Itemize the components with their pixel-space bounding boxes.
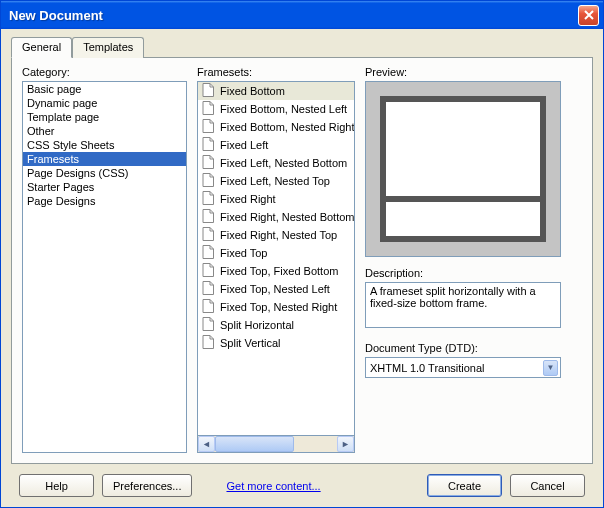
document-icon <box>202 155 214 171</box>
frameset-item-label: Split Vertical <box>220 337 281 349</box>
frameset-item[interactable]: Fixed Bottom <box>198 82 354 100</box>
frameset-item-label: Fixed Top, Nested Left <box>220 283 330 295</box>
window-title: New Document <box>9 8 578 23</box>
tab-templates[interactable]: Templates <box>72 37 144 58</box>
document-icon <box>202 335 214 351</box>
frameset-item[interactable]: Fixed Right <box>198 190 354 208</box>
description-text: A frameset split horizontally with a fix… <box>365 282 561 328</box>
dialog-body: General Templates Category: Basic pageDy… <box>1 29 603 507</box>
category-item[interactable]: Starter Pages <box>23 180 186 194</box>
category-label: Category: <box>22 66 187 78</box>
frameset-item[interactable]: Fixed Top, Nested Left <box>198 280 354 298</box>
document-icon <box>202 227 214 243</box>
tab-general[interactable]: General <box>11 37 72 58</box>
tab-strip: General Templates <box>11 37 593 58</box>
frameset-item-label: Fixed Left, Nested Top <box>220 175 330 187</box>
frameset-item[interactable]: Split Horizontal <box>198 316 354 334</box>
frameset-item[interactable]: Fixed Right, Nested Top <box>198 226 354 244</box>
doctype-label: Document Type (DTD): <box>365 342 561 354</box>
help-button[interactable]: Help <box>19 474 94 497</box>
close-icon <box>584 10 594 20</box>
frameset-item-label: Fixed Bottom <box>220 85 285 97</box>
cancel-button[interactable]: Cancel <box>510 474 585 497</box>
category-item[interactable]: Other <box>23 124 186 138</box>
doctype-value: XHTML 1.0 Transitional <box>370 362 485 374</box>
frameset-item-label: Fixed Right <box>220 193 276 205</box>
doctype-select[interactable]: XHTML 1.0 Transitional ▼ <box>365 357 561 378</box>
frameset-item-label: Fixed Bottom, Nested Left <box>220 103 347 115</box>
scroll-left-button[interactable]: ◄ <box>198 436 215 452</box>
scroll-thumb[interactable] <box>215 436 294 452</box>
document-icon <box>202 281 214 297</box>
frameset-item[interactable]: Fixed Top, Nested Right <box>198 298 354 316</box>
preview-bottom-frame <box>386 202 540 236</box>
framesets-list[interactable]: Fixed BottomFixed Bottom, Nested LeftFix… <box>197 81 355 436</box>
document-icon <box>202 299 214 315</box>
document-icon <box>202 245 214 261</box>
create-button[interactable]: Create <box>427 474 502 497</box>
frameset-item-label: Fixed Bottom, Nested Right <box>220 121 355 133</box>
scroll-track[interactable] <box>215 436 337 452</box>
frameset-item[interactable]: Fixed Left, Nested Top <box>198 172 354 190</box>
frameset-item-label: Fixed Left, Nested Bottom <box>220 157 347 169</box>
document-icon <box>202 83 214 99</box>
tab-panel-general: Category: Basic pageDynamic pageTemplate… <box>11 57 593 464</box>
frameset-item-label: Fixed Top, Fixed Bottom <box>220 265 338 277</box>
frameset-item[interactable]: Fixed Bottom, Nested Right <box>198 118 354 136</box>
category-item[interactable]: Dynamic page <box>23 96 186 110</box>
document-icon <box>202 173 214 189</box>
document-icon <box>202 101 214 117</box>
new-document-dialog: New Document General Templates Category:… <box>0 0 604 508</box>
frameset-item-label: Fixed Right, Nested Bottom <box>220 211 355 223</box>
category-item[interactable]: Page Designs (CSS) <box>23 166 186 180</box>
preview-column: Preview: Description: A frameset split h… <box>365 66 561 453</box>
document-icon <box>202 209 214 225</box>
category-item[interactable]: CSS Style Sheets <box>23 138 186 152</box>
frameset-item-label: Fixed Right, Nested Top <box>220 229 337 241</box>
category-item[interactable]: Template page <box>23 110 186 124</box>
dialog-footer: Help Preferences... Get more content... … <box>11 464 593 497</box>
frameset-item[interactable]: Fixed Top, Fixed Bottom <box>198 262 354 280</box>
document-icon <box>202 119 214 135</box>
frameset-item-label: Split Horizontal <box>220 319 294 331</box>
framesets-box: Fixed BottomFixed Bottom, Nested LeftFix… <box>197 81 355 453</box>
frameset-item[interactable]: Split Vertical <box>198 334 354 352</box>
preferences-button[interactable]: Preferences... <box>102 474 192 497</box>
frameset-item[interactable]: Fixed Right, Nested Bottom <box>198 208 354 226</box>
get-more-content-link[interactable]: Get more content... <box>226 480 320 492</box>
frameset-item[interactable]: Fixed Left <box>198 136 354 154</box>
document-icon <box>202 317 214 333</box>
preview-top-frame <box>386 102 540 196</box>
frameset-item[interactable]: Fixed Bottom, Nested Left <box>198 100 354 118</box>
frameset-item-label: Fixed Top, Nested Right <box>220 301 337 313</box>
chevron-down-icon: ▼ <box>543 360 558 376</box>
category-list[interactable]: Basic pageDynamic pageTemplate pageOther… <box>22 81 187 453</box>
preview-label: Preview: <box>365 66 561 78</box>
framesets-hscroll[interactable]: ◄ ► <box>197 436 355 453</box>
scroll-right-button[interactable]: ► <box>337 436 354 452</box>
preview-box <box>365 81 561 257</box>
preview-frameset-icon <box>380 96 546 242</box>
framesets-label: Framesets: <box>197 66 355 78</box>
frameset-item[interactable]: Fixed Top <box>198 244 354 262</box>
frameset-item-label: Fixed Left <box>220 139 268 151</box>
titlebar: New Document <box>1 1 603 29</box>
framesets-column: Framesets: Fixed BottomFixed Bottom, Nes… <box>197 66 355 453</box>
category-item[interactable]: Basic page <box>23 82 186 96</box>
document-icon <box>202 191 214 207</box>
frameset-item[interactable]: Fixed Left, Nested Bottom <box>198 154 354 172</box>
document-icon <box>202 263 214 279</box>
description-label: Description: <box>365 267 561 279</box>
document-icon <box>202 137 214 153</box>
category-column: Category: Basic pageDynamic pageTemplate… <box>22 66 187 453</box>
category-item[interactable]: Page Designs <box>23 194 186 208</box>
close-button[interactable] <box>578 5 599 26</box>
category-item[interactable]: Framesets <box>23 152 186 166</box>
frameset-item-label: Fixed Top <box>220 247 268 259</box>
